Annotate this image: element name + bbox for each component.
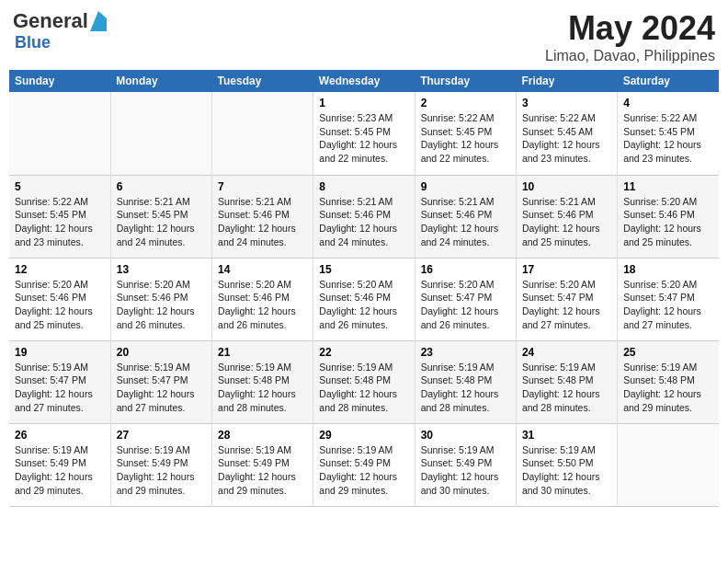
calendar-table: SundayMondayTuesdayWednesdayThursdayFrid…	[9, 70, 719, 507]
day-info: Sunrise: 5:19 AM Sunset: 5:49 PM Dayligh…	[319, 443, 408, 498]
calendar-cell: 15Sunrise: 5:20 AM Sunset: 5:46 PM Dayli…	[313, 258, 415, 340]
day-info: Sunrise: 5:19 AM Sunset: 5:48 PM Dayligh…	[319, 361, 408, 415]
day-number: 25	[623, 346, 713, 359]
weekday-header-wednesday: Wednesday	[313, 70, 415, 92]
calendar-cell: 2Sunrise: 5:22 AM Sunset: 5:45 PM Daylig…	[415, 92, 516, 175]
calendar-cell: 8Sunrise: 5:21 AM Sunset: 5:46 PM Daylig…	[313, 175, 415, 258]
calendar-cell: 3Sunrise: 5:22 AM Sunset: 5:45 AM Daylig…	[516, 92, 617, 175]
calendar-cell: 22Sunrise: 5:19 AM Sunset: 5:48 PM Dayli…	[313, 340, 415, 423]
logo-general: General	[13, 9, 88, 33]
weekday-header-friday: Friday	[516, 70, 617, 92]
day-info: Sunrise: 5:19 AM Sunset: 5:49 PM Dayligh…	[218, 443, 307, 498]
day-info: Sunrise: 5:21 AM Sunset: 5:45 PM Dayligh…	[117, 195, 206, 249]
day-number: 15	[319, 263, 408, 276]
calendar-cell: 1Sunrise: 5:23 AM Sunset: 5:45 PM Daylig…	[313, 92, 415, 175]
day-number: 22	[319, 346, 408, 359]
day-number: 27	[117, 429, 206, 442]
calendar-cell: 11Sunrise: 5:20 AM Sunset: 5:46 PM Dayli…	[618, 175, 719, 258]
weekday-header-row: SundayMondayTuesdayWednesdayThursdayFrid…	[9, 70, 719, 92]
day-number: 8	[319, 180, 408, 193]
day-number: 6	[117, 180, 206, 193]
day-number: 24	[522, 346, 611, 359]
day-number: 4	[623, 97, 713, 109]
calendar-cell: 25Sunrise: 5:19 AM Sunset: 5:48 PM Dayli…	[618, 340, 719, 423]
calendar-week-3: 12Sunrise: 5:20 AM Sunset: 5:46 PM Dayli…	[9, 258, 719, 340]
calendar-cell: 13Sunrise: 5:20 AM Sunset: 5:46 PM Dayli…	[110, 258, 211, 340]
day-number: 1	[319, 97, 408, 109]
day-info: Sunrise: 5:19 AM Sunset: 5:48 PM Dayligh…	[421, 361, 510, 415]
calendar-cell: 10Sunrise: 5:21 AM Sunset: 5:46 PM Dayli…	[516, 175, 617, 258]
day-number: 18	[623, 263, 713, 276]
calendar-cell	[618, 423, 719, 506]
calendar-cell: 4Sunrise: 5:22 AM Sunset: 5:45 PM Daylig…	[618, 92, 719, 175]
weekday-header-thursday: Thursday	[415, 70, 516, 92]
day-number: 3	[522, 97, 611, 109]
day-number: 10	[522, 180, 611, 193]
calendar-cell: 7Sunrise: 5:21 AM Sunset: 5:46 PM Daylig…	[212, 175, 313, 258]
calendar-body: 1Sunrise: 5:23 AM Sunset: 5:45 PM Daylig…	[9, 92, 719, 506]
day-info: Sunrise: 5:21 AM Sunset: 5:46 PM Dayligh…	[218, 195, 307, 249]
day-info: Sunrise: 5:19 AM Sunset: 5:48 PM Dayligh…	[218, 361, 307, 415]
day-number: 17	[522, 263, 611, 276]
day-number: 16	[421, 263, 510, 276]
logo-blue: Blue	[15, 33, 51, 52]
day-info: Sunrise: 5:20 AM Sunset: 5:46 PM Dayligh…	[15, 278, 105, 332]
day-info: Sunrise: 5:22 AM Sunset: 5:45 PM Dayligh…	[15, 195, 105, 249]
day-number: 19	[15, 346, 105, 359]
calendar-cell: 14Sunrise: 5:20 AM Sunset: 5:46 PM Dayli…	[212, 258, 313, 340]
day-info: Sunrise: 5:20 AM Sunset: 5:46 PM Dayligh…	[623, 195, 713, 249]
day-number: 30	[421, 429, 510, 442]
calendar-cell: 30Sunrise: 5:19 AM Sunset: 5:49 PM Dayli…	[415, 423, 516, 506]
day-info: Sunrise: 5:19 AM Sunset: 5:47 PM Dayligh…	[15, 361, 105, 415]
calendar-week-5: 26Sunrise: 5:19 AM Sunset: 5:49 PM Dayli…	[9, 423, 719, 506]
day-info: Sunrise: 5:20 AM Sunset: 5:46 PM Dayligh…	[117, 278, 206, 332]
day-info: Sunrise: 5:22 AM Sunset: 5:45 PM Dayligh…	[421, 111, 510, 166]
day-info: Sunrise: 5:19 AM Sunset: 5:48 PM Dayligh…	[522, 361, 611, 415]
calendar-cell: 18Sunrise: 5:20 AM Sunset: 5:47 PM Dayli…	[618, 258, 719, 340]
day-info: Sunrise: 5:19 AM Sunset: 5:47 PM Dayligh…	[117, 361, 206, 415]
day-info: Sunrise: 5:19 AM Sunset: 5:49 PM Dayligh…	[15, 443, 105, 498]
calendar-cell: 20Sunrise: 5:19 AM Sunset: 5:47 PM Dayli…	[110, 340, 211, 423]
logo: General Blue	[13, 9, 107, 52]
calendar-cell: 29Sunrise: 5:19 AM Sunset: 5:49 PM Dayli…	[313, 423, 415, 506]
day-number: 12	[15, 263, 105, 276]
day-info: Sunrise: 5:21 AM Sunset: 5:46 PM Dayligh…	[421, 195, 510, 249]
calendar-week-4: 19Sunrise: 5:19 AM Sunset: 5:47 PM Dayli…	[9, 340, 719, 423]
day-number: 28	[218, 429, 307, 442]
day-info: Sunrise: 5:20 AM Sunset: 5:47 PM Dayligh…	[522, 278, 611, 332]
day-number: 9	[421, 180, 510, 193]
calendar-cell: 27Sunrise: 5:19 AM Sunset: 5:49 PM Dayli…	[110, 423, 211, 506]
calendar-cell: 17Sunrise: 5:20 AM Sunset: 5:47 PM Dayli…	[516, 258, 617, 340]
day-info: Sunrise: 5:21 AM Sunset: 5:46 PM Dayligh…	[319, 195, 408, 249]
day-number: 26	[15, 429, 105, 442]
calendar-cell: 28Sunrise: 5:19 AM Sunset: 5:49 PM Dayli…	[212, 423, 313, 506]
calendar-week-2: 5Sunrise: 5:22 AM Sunset: 5:45 PM Daylig…	[9, 175, 719, 258]
day-number: 7	[218, 180, 307, 193]
calendar-cell: 12Sunrise: 5:20 AM Sunset: 5:46 PM Dayli…	[9, 258, 110, 340]
title-block: May 2024 Limao, Davao, Philippines	[545, 9, 715, 64]
calendar-cell	[9, 92, 110, 175]
day-number: 20	[117, 346, 206, 359]
calendar-cell: 24Sunrise: 5:19 AM Sunset: 5:48 PM Dayli…	[516, 340, 617, 423]
day-info: Sunrise: 5:20 AM Sunset: 5:46 PM Dayligh…	[218, 278, 307, 332]
calendar-cell	[110, 92, 211, 175]
calendar-week-1: 1Sunrise: 5:23 AM Sunset: 5:45 PM Daylig…	[9, 92, 719, 175]
calendar-cell: 16Sunrise: 5:20 AM Sunset: 5:47 PM Dayli…	[415, 258, 516, 340]
weekday-header-tuesday: Tuesday	[212, 70, 313, 92]
day-number: 31	[522, 429, 611, 442]
day-number: 29	[319, 429, 408, 442]
day-info: Sunrise: 5:20 AM Sunset: 5:47 PM Dayligh…	[421, 278, 510, 332]
day-number: 11	[623, 180, 713, 193]
calendar-cell: 6Sunrise: 5:21 AM Sunset: 5:45 PM Daylig…	[110, 175, 211, 258]
svg-marker-0	[90, 11, 107, 31]
calendar-cell: 5Sunrise: 5:22 AM Sunset: 5:45 PM Daylig…	[9, 175, 110, 258]
calendar-cell	[212, 92, 313, 175]
day-number: 21	[218, 346, 307, 359]
day-info: Sunrise: 5:20 AM Sunset: 5:47 PM Dayligh…	[623, 278, 713, 332]
weekday-header-monday: Monday	[110, 70, 211, 92]
day-info: Sunrise: 5:19 AM Sunset: 5:50 PM Dayligh…	[522, 443, 611, 498]
day-info: Sunrise: 5:19 AM Sunset: 5:49 PM Dayligh…	[421, 443, 510, 498]
main-title: May 2024	[545, 9, 715, 48]
day-number: 14	[218, 263, 307, 276]
day-info: Sunrise: 5:20 AM Sunset: 5:46 PM Dayligh…	[319, 278, 408, 332]
